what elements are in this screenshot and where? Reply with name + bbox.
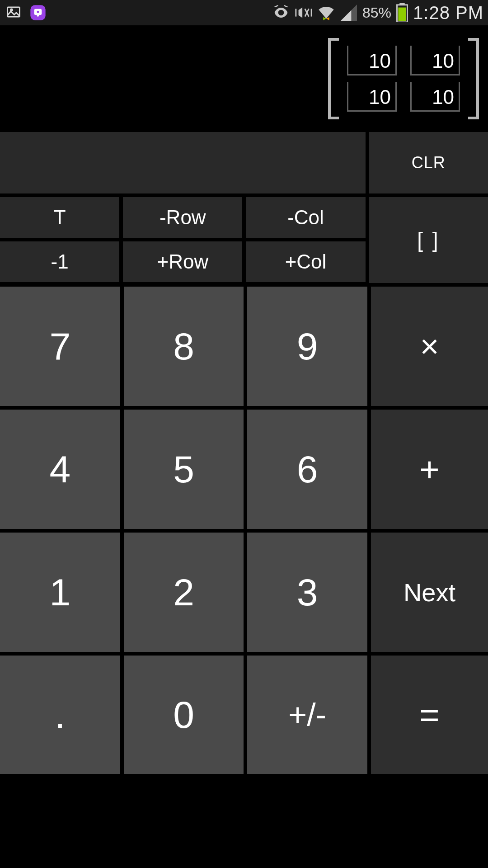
- plus-minus-button[interactable]: +/-: [247, 656, 367, 774]
- purple-chat-icon: [29, 4, 47, 22]
- add-row-button[interactable]: +Row: [123, 241, 242, 282]
- status-left: [5, 4, 47, 22]
- svg-rect-19: [398, 8, 406, 21]
- digit-6-button[interactable]: 6: [247, 410, 367, 529]
- matrix-cell-r1c1[interactable]: 10: [347, 46, 397, 75]
- multiply-button[interactable]: ×: [371, 287, 488, 406]
- svg-point-1: [11, 9, 13, 11]
- digit-3-button[interactable]: 3: [247, 533, 367, 652]
- next-button[interactable]: Next: [371, 533, 488, 652]
- keypad: CLR T -Row -Col -1 +Row +Col [ ] 7 8: [0, 130, 488, 868]
- status-right: 85% 1:28 PM: [272, 3, 483, 23]
- picture-icon: [5, 4, 23, 22]
- battery-icon: [396, 3, 408, 22]
- screen: 85% 1:28 PM 10 10 10 10: [0, 0, 488, 868]
- remove-row-button[interactable]: -Row: [123, 197, 242, 238]
- matrix-cell-r2c2[interactable]: 10: [410, 82, 460, 112]
- add-col-button[interactable]: +Col: [246, 241, 365, 282]
- plus-button[interactable]: +: [371, 410, 488, 529]
- digit-8-button[interactable]: 8: [124, 287, 244, 406]
- status-bar: 85% 1:28 PM: [0, 0, 488, 25]
- matrix-cell-r1c2[interactable]: 10: [410, 46, 460, 75]
- digit-7-button[interactable]: 7: [0, 287, 120, 406]
- digit-4-button[interactable]: 4: [0, 410, 120, 529]
- svg-point-5: [37, 11, 39, 13]
- decimal-button[interactable]: .: [0, 656, 120, 774]
- expression-display[interactable]: [0, 132, 366, 193]
- vibrate-silent-icon: [295, 4, 313, 22]
- brackets-button[interactable]: [ ]: [369, 197, 488, 283]
- wifi-icon: [317, 4, 335, 22]
- svg-line-7: [275, 5, 278, 7]
- digit-1-button[interactable]: 1: [0, 533, 120, 652]
- digit-2-button[interactable]: 2: [124, 533, 244, 652]
- svg-line-8: [284, 5, 287, 7]
- matrix-left-bracket: [328, 38, 339, 119]
- equals-button[interactable]: =: [371, 656, 488, 774]
- matrix-cells: 10 10 10 10: [339, 38, 468, 119]
- svg-rect-0: [8, 7, 20, 17]
- inverse-button[interactable]: -1: [0, 241, 119, 282]
- display-area: 10 10 10 10: [0, 25, 488, 130]
- svg-marker-16: [341, 10, 351, 21]
- matrix-cell-r2c1[interactable]: 10: [347, 82, 397, 112]
- digit-9-button[interactable]: 9: [247, 287, 367, 406]
- digit-5-button[interactable]: 5: [124, 410, 244, 529]
- transpose-button[interactable]: T: [0, 197, 119, 238]
- signal-icon: [340, 4, 358, 22]
- digit-0-button[interactable]: 0: [124, 656, 244, 774]
- status-time: 1:28 PM: [413, 3, 483, 23]
- matrix-right-bracket: [468, 38, 479, 119]
- remove-col-button[interactable]: -Col: [246, 197, 365, 238]
- clear-button[interactable]: CLR: [369, 132, 488, 193]
- matrix-display: 10 10 10 10: [328, 38, 479, 119]
- battery-percentage-text: 85%: [362, 5, 391, 21]
- eye-icon: [272, 4, 290, 22]
- svg-point-6: [280, 11, 282, 14]
